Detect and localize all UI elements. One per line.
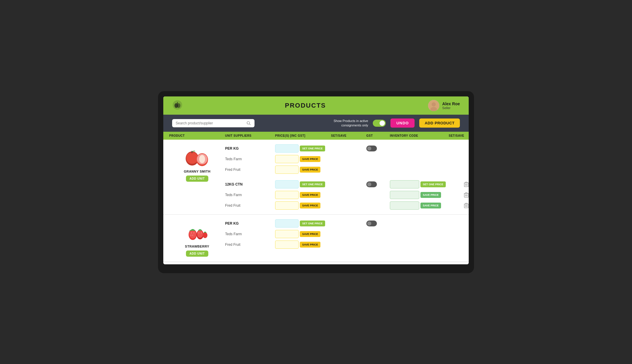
col-unit-suppliers: UNIT SUPPLIERS: [225, 134, 275, 137]
product-info-strawberry: STRAWBERRY ADD UNIT: [169, 219, 225, 257]
price-input-straw-per-kg[interactable]: [275, 219, 299, 228]
price-input-teds-straw[interactable]: [275, 230, 299, 238]
price-input-fred-straw[interactable]: [275, 241, 299, 249]
save-price-fred-1[interactable]: SAVE PRICE: [300, 167, 320, 173]
add-unit-button-granny-smith[interactable]: ADD UNIT: [186, 176, 208, 182]
product-name-granny-smith: GRANNY SMITH: [184, 170, 211, 173]
product-image-apples: [184, 147, 210, 168]
inv-save-teds-2[interactable]: SAVE PRICE: [420, 192, 441, 198]
price-input-per-kg[interactable]: [275, 144, 299, 153]
search-input[interactable]: [176, 121, 244, 125]
price-input-teds-1[interactable]: [275, 155, 299, 163]
gst-toggle-12kg[interactable]: [366, 181, 377, 187]
page-title: PRODUCTS: [285, 102, 326, 109]
price-group-teds-1: SAVE PRICE: [275, 155, 331, 163]
svg-point-53: [191, 232, 192, 233]
laptop-frame: PRODUCTS Alex Roe Seller: [158, 91, 474, 273]
app-header: PRODUCTS Alex Roe Seller: [163, 96, 469, 115]
price-group-per-kg: SET ONE PRICE: [275, 144, 331, 153]
toolbar: Show Products in active consignments onl…: [163, 115, 469, 132]
save-price-fred-2[interactable]: SAVE PRICE: [300, 203, 320, 208]
user-text: Alex Roe Seller: [442, 101, 460, 110]
svg-point-10: [186, 152, 198, 164]
price-group-straw-per-kg: SET ONE PRICE: [275, 219, 331, 228]
laptop-screen: PRODUCTS Alex Roe Seller: [163, 96, 469, 264]
svg-point-14: [199, 155, 205, 163]
price-group-teds-straw: SAVE PRICE: [275, 230, 331, 238]
set-one-price-per-kg[interactable]: SET ONE PRICE: [300, 146, 325, 151]
user-name: Alex Roe: [442, 101, 460, 106]
svg-rect-3: [177, 102, 178, 104]
inv-save-fred-2[interactable]: SAVE PRICE: [420, 203, 441, 208]
gst-toggle-straw-per-kg[interactable]: [366, 221, 377, 226]
delete-fred-2[interactable]: [449, 203, 469, 208]
search-icon: [247, 121, 251, 126]
inv-input-12kg[interactable]: [390, 180, 419, 188]
save-price-teds-1[interactable]: SAVE PRICE: [300, 156, 320, 162]
unit-label-straw-per-kg: PER KG: [225, 221, 275, 226]
col-prices: PRICE(S) [INC GST]: [275, 134, 331, 137]
price-group-12kg: SET ONE PRICE: [275, 180, 331, 188]
product-group-granny-smith: GRANNY SMITH ADD UNIT PER KG SET ONE PRI…: [163, 140, 469, 215]
price-input-fred-1[interactable]: [275, 166, 299, 174]
unit-rows-strawberry: PER KG SET ONE PRICE: [225, 219, 469, 257]
avatar: [428, 100, 439, 111]
unit-row-fred-straw: Fred Fruit SAVE PRICE: [225, 241, 469, 249]
search-box[interactable]: [172, 119, 255, 127]
svg-point-56: [191, 235, 191, 236]
unit-row-fred-12kg: Fred Fruit SAVE PRICE SAVE PRICE: [225, 201, 469, 210]
price-group-teds-2: SAVE PRICE: [275, 191, 331, 199]
svg-point-55: [192, 235, 193, 236]
svg-point-59: [199, 232, 199, 233]
unit-label-12kg: 12KG CTN: [225, 182, 275, 186]
undo-button[interactable]: UNDO: [390, 118, 415, 128]
inv-group-fred-2: SAVE PRICE: [390, 201, 449, 210]
svg-rect-38: [465, 182, 467, 183]
price-input-12kg[interactable]: [275, 180, 299, 188]
logo: [172, 100, 183, 111]
supplier-teds-straw: Teds Farm: [225, 232, 275, 236]
save-price-teds-straw[interactable]: SAVE PRICE: [300, 231, 320, 237]
price-group-fred-2: SAVE PRICE: [275, 201, 331, 210]
delete-teds-2[interactable]: [449, 192, 469, 198]
supplier-teds-1: Teds Farm: [225, 157, 275, 161]
unit-row-teds-12kg: Teds Farm SAVE PRICE SAVE PRICE: [225, 191, 469, 199]
svg-point-5: [432, 102, 436, 106]
delete-12kg[interactable]: [449, 182, 469, 187]
save-price-teds-2[interactable]: SAVE PRICE: [300, 192, 320, 198]
set-one-price-12kg[interactable]: SET ONE PRICE: [300, 181, 325, 187]
gst-toggle-per-kg[interactable]: [366, 146, 377, 151]
toggle-label: Show Products in active consignments onl…: [334, 119, 368, 127]
toolbar-right: Show Products in active consignments onl…: [334, 118, 460, 128]
supplier-fred-straw: Fred Fruit: [225, 243, 275, 247]
supplier-fred-2: Fred Fruit: [225, 203, 275, 208]
unit-row-per-kg: PER KG SET ONE PRICE: [225, 144, 469, 153]
inv-set-price-12kg[interactable]: SET ONE PRICE: [420, 181, 446, 187]
inv-input-fred-2[interactable]: [390, 201, 419, 210]
unit-row-straw-per-kg: PER KG SET ONE PRICE: [225, 219, 469, 228]
svg-point-54: [194, 232, 194, 233]
product-group-strawberry: STRAWBERRY ADD UNIT PER KG SET ONE PRICE: [163, 215, 469, 262]
unit-row-12kg-ctn: 12KG CTN SET ONE PRICE SET ONE PRICE: [225, 180, 469, 188]
unit-row-teds-straw: Teds Farm SAVE PRICE: [225, 230, 469, 238]
inv-group-teds-2: SAVE PRICE: [390, 191, 449, 199]
save-price-fred-straw[interactable]: SAVE PRICE: [300, 242, 320, 248]
price-input-fred-2[interactable]: [275, 201, 299, 210]
add-unit-button-strawberry[interactable]: ADD UNIT: [186, 251, 208, 257]
inv-input-teds-2[interactable]: [390, 191, 419, 199]
svg-point-2: [177, 103, 180, 108]
col-set-save-2: SET/SAVE: [449, 134, 469, 137]
svg-rect-44: [465, 193, 467, 193]
supplier-fred-1: Fred Fruit: [225, 168, 275, 172]
unit-label-per-kg: PER KG: [225, 146, 275, 151]
col-product: PRODUCT: [169, 134, 225, 137]
table-header: PRODUCT UNIT SUPPLIERS PRICE(S) [INC GST…: [163, 132, 469, 140]
svg-point-52: [189, 230, 196, 238]
add-product-button[interactable]: ADD PRODUCT: [419, 118, 460, 128]
price-input-teds-2[interactable]: [275, 191, 299, 199]
product-image-strawberry: [184, 222, 210, 243]
svg-point-60: [201, 232, 202, 233]
active-consignments-toggle[interactable]: [373, 120, 386, 127]
svg-line-8: [250, 124, 250, 125]
set-one-price-straw-per-kg[interactable]: SET ONE PRICE: [300, 221, 325, 226]
